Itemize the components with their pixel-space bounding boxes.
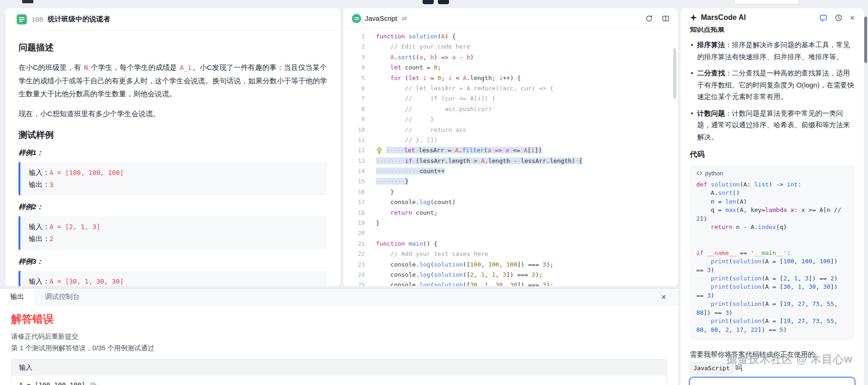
editor-scrollbar[interactable] — [673, 48, 676, 99]
line-number: 7 — [343, 93, 365, 104]
marscode-logo-icon — [690, 14, 697, 21]
code-line[interactable]: 14············count++ — [343, 166, 678, 176]
python-code-line: A.sort() — [696, 189, 848, 197]
ai-body: 知识点拓展 •排序算法：排序是解决许多问题的基本工具，常见的排序算法有快速排序、… — [681, 27, 864, 385]
example-box: 输入：A = [100, 100, 100]输出：3 — [19, 162, 327, 196]
code-line[interactable]: 4 let count = 0; — [343, 62, 678, 73]
code-line[interactable]: 24 console.log(solution([2, 1, 1, 3]) ==… — [343, 270, 678, 280]
testcase-input-box: 输入 A = [100,100,100] — [11, 359, 667, 385]
code-line[interactable]: 12·····let·lessArr·=·A.filter(a·=>·a·<=·… — [343, 145, 678, 155]
chat-icon[interactable] — [819, 14, 827, 22]
code-block-header: python — [696, 170, 848, 177]
problem-id: 188 — [31, 15, 43, 23]
line-number: 17 — [343, 197, 365, 207]
code-line[interactable]: 23 console.log(solution([100, 100, 100])… — [343, 260, 678, 270]
console-tab-output[interactable]: 输出 — [0, 289, 35, 305]
code-line[interactable]: 19} — [343, 218, 678, 228]
testcase-input-value: A = [100,100,100] — [19, 381, 85, 385]
console-tab-debug-console[interactable]: 调试控制台 — [35, 289, 90, 305]
code-line[interactable]: 10 // return acc — [343, 125, 678, 135]
editor-lines[interactable]: 1function solution(A) {2 // Edit your co… — [343, 29, 678, 286]
example-label: 样例1： — [19, 149, 327, 157]
example-output: 输出：3 — [29, 179, 319, 191]
ai-section-heading: 知识点拓展 — [690, 27, 855, 34]
line-number: 12 — [343, 145, 365, 155]
code-icon — [696, 170, 702, 176]
example-box: 输入：A = [30, 1, 30, 30]输出：3 — [19, 271, 327, 286]
line-number: 20 — [343, 228, 365, 238]
examples-heading: 测试样例 — [19, 129, 327, 141]
line-number: 10 — [343, 125, 365, 135]
example-box: 输入：A = [2, 1, 3]输出：2 — [19, 216, 327, 250]
editor-language-label: JavaScript — [365, 14, 397, 22]
refresh-icon[interactable] — [645, 15, 653, 22]
line-number: 4 — [343, 62, 365, 73]
problem-panel: 188 统计班级中的说谎者 问题描述 在小C的班级里，有 N 个学生，每个学生的… — [6, 8, 340, 286]
line-number: 8 — [343, 104, 365, 114]
code-line[interactable]: 1function solution(A) { — [343, 31, 678, 42]
watermark: 掘金技术社区 @ 木目心w — [726, 352, 853, 366]
close-icon[interactable]: × — [850, 14, 855, 22]
console-close-icon[interactable]: × — [661, 292, 666, 301]
text: 在小C的班级里，有 — [19, 63, 83, 71]
ai-chat-input[interactable] — [689, 377, 856, 385]
problem-title: 统计班级中的说谎者 — [48, 15, 110, 24]
problem-header: 188 统计班级中的说谎者 — [6, 8, 340, 31]
switch-language-icon[interactable]: ⇄ — [402, 15, 407, 22]
ai-bullets: •排序算法：排序是解决许多问题的基本工具，常见的排序算法有快速排序、归并排序、堆… — [690, 39, 855, 143]
line-number: 21 — [343, 239, 365, 249]
code-line[interactable]: 3 A.sort((a, b) => a - b) — [343, 52, 678, 62]
problem-desc-p2: 现在，小C想知道班里有多少个学生会说谎。 — [19, 107, 327, 121]
example-label: 样例3： — [19, 257, 327, 266]
code-line[interactable]: 17 console.log(count) — [343, 197, 678, 207]
quick-fix-lightbulb-icon[interactable] — [376, 147, 386, 154]
code-line[interactable]: 8 // acc.push(cur) — [343, 104, 678, 114]
code-line[interactable]: 20 — [343, 228, 678, 238]
code-line[interactable]: 25 console.log(solution([30, 1, 30, 30])… — [343, 280, 678, 286]
line-number: 11 — [343, 135, 365, 145]
history-icon[interactable] — [835, 14, 843, 22]
line-number: 18 — [343, 208, 365, 218]
testcase-input-heading: 输入 — [12, 360, 667, 376]
line-number: 13 — [343, 156, 365, 166]
line-number: 25 — [343, 280, 365, 286]
ai-title: MarsCode AI — [701, 13, 746, 22]
error-hint-1: 请修正代码后重新提交 — [11, 331, 667, 342]
console-body: 解答错误 请修正代码后重新提交 第 1 个测试用例解答错误，0/35 个用例测试… — [0, 305, 678, 385]
code-line[interactable]: 7 // if (cur <= A[i]) { — [343, 93, 678, 104]
code-line[interactable]: 15········} — [343, 176, 678, 186]
code-line[interactable]: 6 // let lessArr = A.reduce((acc, cur) =… — [343, 83, 678, 93]
example-input: 输入：A = [30, 1, 30, 30] — [29, 275, 319, 286]
code-line[interactable]: 21function main() { — [343, 239, 678, 249]
line-number: 1 — [343, 31, 365, 42]
text: 个学生，每个学生的成绩是 — [89, 63, 179, 71]
code-line[interactable]: 11 // }, []) — [343, 135, 678, 145]
copy-icon[interactable] — [90, 382, 97, 385]
code-line[interactable]: 9 // } — [343, 114, 678, 124]
editor-header: JS JavaScript ⇄ — [343, 8, 678, 29]
topbar-button[interactable] — [438, 0, 449, 4]
python-code-line: return n - A.index(q) — [696, 223, 848, 231]
code-line[interactable]: 2 // Edit your code here — [343, 42, 678, 52]
line-number: 14 — [343, 166, 365, 176]
ai-section-heading-clip: 知识点拓展 — [690, 27, 855, 34]
python-code-line — [696, 240, 848, 248]
python-code-line: print(solution(A = [2, 1, 3]) == 2) — [696, 274, 848, 283]
examples: 样例1：输入：A = [100, 100, 100]输出：3样例2：输入：A =… — [19, 149, 327, 286]
python-code-line: n = len(A) — [696, 198, 848, 206]
code-line[interactable]: 16 } — [343, 187, 678, 197]
python-code-line: q = max(A, key=lambda x: x >= A[n // 2]) — [696, 206, 848, 223]
topbar-button[interactable] — [423, 0, 434, 4]
page-scrollbar[interactable] — [864, 17, 867, 63]
javascript-badge-icon: JS — [352, 14, 361, 23]
code-line[interactable]: 18 return count; — [343, 208, 678, 218]
example-input: 输入：A = [100, 100, 100] — [29, 167, 319, 179]
code-line[interactable]: 22 // Add your test cases here — [343, 249, 678, 259]
split-view-icon[interactable] — [662, 15, 669, 22]
line-number: 19 — [343, 218, 365, 228]
python-code-line — [696, 232, 848, 240]
code-line[interactable]: 13········if·(lessArr.length·>·A.length·… — [343, 156, 678, 166]
inline-code: N — [83, 64, 89, 71]
code-line[interactable]: 5 for (let i = 0; i < A.length; i++) { — [343, 73, 678, 83]
error-hint-2: 第 1 个测试用例解答错误，0/35 个用例测试通过 — [11, 342, 667, 354]
